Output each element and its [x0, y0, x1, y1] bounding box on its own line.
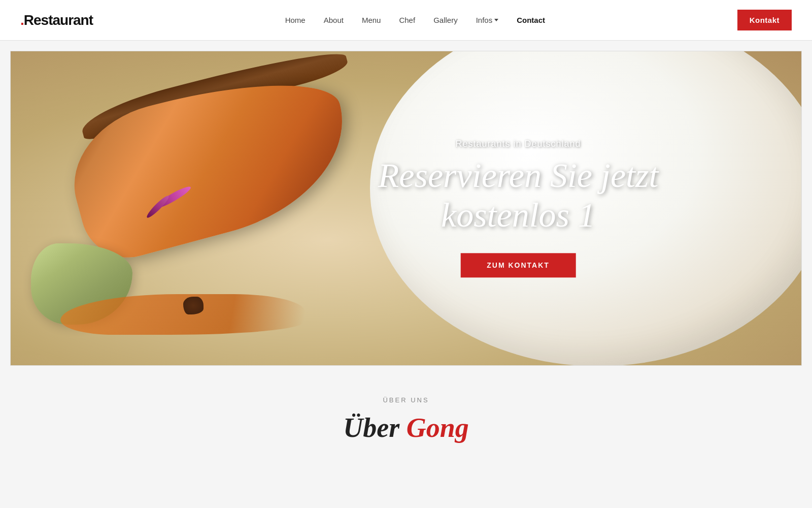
- dark-garnish: [183, 297, 204, 314]
- nav-item-contact[interactable]: Contact: [517, 16, 545, 24]
- hero-section: Restaurants in Deutschland Reservieren S…: [10, 51, 802, 366]
- nav-item-home[interactable]: Home: [285, 16, 306, 24]
- logo-text: Restaurant: [24, 12, 93, 28]
- site-header: .Restaurant Home About Menu Chef Gallery…: [0, 0, 812, 41]
- ueber-uns-title: Über Gong: [20, 412, 792, 443]
- site-logo[interactable]: .Restaurant: [20, 12, 93, 28]
- nav-item-infos[interactable]: Infos: [476, 16, 499, 24]
- hero-content: Restaurants in Deutschland Reservieren S…: [378, 139, 659, 277]
- hero-subtitle: Restaurants in Deutschland: [378, 139, 659, 149]
- nav-item-gallery[interactable]: Gallery: [433, 16, 458, 24]
- title-red-part: Gong: [407, 412, 469, 443]
- kontakt-button[interactable]: Kontakt: [737, 10, 792, 30]
- logo-dot: .: [20, 12, 24, 28]
- nav-item-menu[interactable]: Menu: [362, 16, 381, 24]
- below-hero-section: ÜBER UNS Über Gong: [10, 366, 802, 443]
- sauce-decoration: [61, 284, 315, 345]
- hero-title: Reservieren Sie jetzt kostenlos 1: [378, 155, 659, 235]
- hero-cta-button[interactable]: ZUM KONTAKT: [460, 253, 576, 278]
- nav-item-about[interactable]: About: [324, 16, 344, 24]
- nav-item-chef[interactable]: Chef: [399, 16, 415, 24]
- section-label: ÜBER UNS: [20, 396, 792, 404]
- chevron-down-icon: [494, 19, 498, 21]
- main-nav: Home About Menu Chef Gallery Infos Conta…: [285, 16, 545, 24]
- page-wrapper: Restaurants in Deutschland Reservieren S…: [0, 41, 812, 443]
- sauce-swirl: [58, 294, 309, 335]
